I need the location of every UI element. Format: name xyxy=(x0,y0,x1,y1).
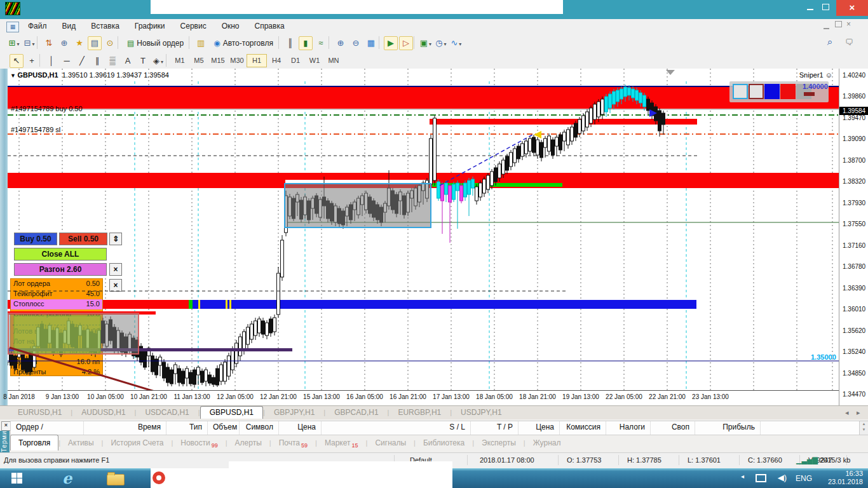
child-close-button[interactable]: × xyxy=(846,20,851,29)
tabs-scroll-right-icon[interactable]: ▸ xyxy=(857,409,860,417)
child-restore-button[interactable] xyxy=(835,21,842,29)
terminal-close-icon[interactable]: × xyxy=(1,421,11,431)
auto-scroll-button[interactable]: ▶ xyxy=(384,36,398,50)
terminal-tab-Маркет[interactable]: Маркет15 xyxy=(317,435,366,453)
terminal-tab-Журнал[interactable]: Журнал xyxy=(526,435,569,451)
buy-button[interactable]: Buy 0.50 xyxy=(14,233,57,245)
timeframe-MN[interactable]: MN xyxy=(324,55,343,67)
label-tool[interactable]: T xyxy=(136,54,150,68)
terminal-tab-Почта[interactable]: Почта59 xyxy=(271,435,315,453)
channel-tool[interactable]: ∥ xyxy=(90,54,104,68)
terminal-tab-История Счета[interactable]: История Счета xyxy=(103,435,171,451)
dropdown-arrow-icon[interactable]: ▾ xyxy=(32,41,34,47)
trendline-tool[interactable]: ╱ xyxy=(75,54,89,68)
symbol-tab-AUDUSD[interactable]: AUDUSD,H1 xyxy=(72,406,134,419)
razgon-close-button[interactable]: × xyxy=(109,263,122,276)
symbol-tab-GBPJPY[interactable]: GBPJPY,H1 xyxy=(265,406,323,419)
menu-Сервис[interactable]: Сервис xyxy=(173,19,214,34)
column-header[interactable]: Своп xyxy=(651,421,695,435)
column-header[interactable]: T / P xyxy=(471,421,519,435)
palette-swatch-3[interactable] xyxy=(780,84,796,99)
periods-button[interactable]: ◷▾ xyxy=(434,36,448,50)
column-header[interactable]: Налоги xyxy=(606,421,651,435)
minimize-button[interactable] xyxy=(806,4,815,11)
menu-Файл[interactable]: Файл xyxy=(20,19,55,34)
column-header[interactable]: Прибыль xyxy=(695,421,761,435)
terminal-tab-Новости[interactable]: Новости99 xyxy=(173,435,225,453)
chart-dropdown-icon[interactable]: ▼ xyxy=(10,72,17,79)
menu-Вид[interactable]: Вид xyxy=(55,19,84,34)
palette-swatch-1[interactable] xyxy=(749,84,764,99)
bar-chart-button[interactable]: ║ xyxy=(283,36,297,50)
crosshair-tool[interactable]: + xyxy=(25,54,39,68)
menu-Окно[interactable]: Окно xyxy=(214,19,247,34)
symbol-tab-GBPUSD[interactable]: GBPUSD,H1 xyxy=(200,406,263,419)
zoom-in-button[interactable]: ⊕ xyxy=(334,36,348,50)
timeframe-M30[interactable]: M30 xyxy=(227,55,247,67)
cursor-tool[interactable]: ↖ xyxy=(10,54,24,68)
hline-tool[interactable]: ─ xyxy=(60,54,74,68)
timeframe-M5[interactable]: M5 xyxy=(189,55,208,67)
table-scroll-spinner[interactable]: ▲▼ xyxy=(859,421,868,435)
tray-expand-icon[interactable]: ◂ xyxy=(741,473,744,480)
history-center-button[interactable]: ▥ xyxy=(194,36,208,50)
volume-icon[interactable]: ◀) xyxy=(778,473,787,482)
razgon-button[interactable]: Разгон 2.60 xyxy=(14,263,107,276)
column-header[interactable]: Объем xyxy=(208,421,240,435)
dropdown-arrow-icon[interactable]: ▾ xyxy=(17,41,19,47)
close-all-button[interactable]: Close ALL xyxy=(14,248,107,261)
column-header[interactable]: Время xyxy=(84,421,166,435)
clock[interactable]: 16:33 23.01.2018 xyxy=(828,470,863,486)
tick-chart-button[interactable]: ⇅ xyxy=(42,36,56,50)
time-axis[interactable]: 8 Jan 20189 Jan 13:0010 Jan 05:0010 Jan … xyxy=(8,390,839,406)
symbol-tab-USDJPY[interactable]: USDJPY,H1 xyxy=(452,406,510,419)
menu-Вставка[interactable]: Вставка xyxy=(83,19,127,34)
timeframe-D1[interactable]: D1 xyxy=(286,55,305,67)
vline-tool[interactable]: │ xyxy=(44,54,58,68)
timeframe-M15[interactable]: M15 xyxy=(208,55,227,67)
column-header[interactable]: Комиссия xyxy=(560,421,606,435)
shapes-tool[interactable]: ◈▾ xyxy=(151,54,165,68)
line-chart-button[interactable]: ≈ xyxy=(314,36,328,50)
new-chart-button[interactable]: ⊞▾ xyxy=(7,36,21,50)
timeframe-M1[interactable]: M1 xyxy=(170,55,189,67)
candle-chart-button[interactable]: ▮ xyxy=(299,36,313,50)
lot-close-button[interactable]: × xyxy=(109,279,122,292)
symbol-tab-EURGBP[interactable]: EURGBP,H1 xyxy=(389,406,450,419)
market-watch-button[interactable]: ⊙ xyxy=(103,36,117,50)
symbol-tab-EURUSD[interactable]: EURUSD,H1 xyxy=(9,406,71,419)
dropdown-arrow-icon[interactable]: ▾ xyxy=(444,41,447,47)
file-explorer-icon[interactable] xyxy=(107,474,125,485)
updown-button[interactable]: ⇕ xyxy=(109,233,122,245)
terminal-tab-Библиотека[interactable]: Библиотека xyxy=(416,435,472,451)
sell-button[interactable]: Sell 0.50 xyxy=(59,233,107,245)
crosshair-symbols-button[interactable]: ⊕ xyxy=(57,36,71,50)
templates-button[interactable]: ▣▾ xyxy=(419,36,433,50)
text-tool[interactable]: A xyxy=(121,54,135,68)
search-icon[interactable]: ⌕ xyxy=(827,36,832,48)
internet-explorer-icon[interactable]: e xyxy=(62,471,78,486)
close-button[interactable]: × xyxy=(836,0,868,16)
profiles-button[interactable]: ⊟▾ xyxy=(22,36,36,50)
terminal-tab-Активы[interactable]: Активы xyxy=(60,435,102,451)
autotrading-button[interactable]: ◉Авто-торговля xyxy=(209,36,278,50)
chat-icon[interactable]: 🗨 xyxy=(845,37,853,47)
chart-area[interactable]: Buy 0.50Sell 0.50⇕Close ALLРазгон 2.60××… xyxy=(8,69,839,390)
terminal-tab-Алерты[interactable]: Алерты xyxy=(227,435,269,451)
symbol-tab-GBPCAD[interactable]: GBPCAD,H1 xyxy=(325,406,387,419)
palette-swatch-0[interactable] xyxy=(733,84,748,99)
start-button[interactable] xyxy=(11,473,22,484)
opera-icon[interactable] xyxy=(153,471,165,484)
terminal-vertical-tab[interactable]: Терми xyxy=(0,431,10,455)
timeframe-H4[interactable]: H4 xyxy=(267,55,286,67)
terminal-tab-Сигналы[interactable]: Сигналы xyxy=(367,435,414,451)
terminal-tab-Эксперты[interactable]: Эксперты xyxy=(474,435,524,451)
palette-swatch-2[interactable] xyxy=(764,84,780,99)
network-icon[interactable] xyxy=(756,473,766,483)
indicators-button[interactable]: ∿▾ xyxy=(449,36,463,50)
column-header[interactable]: Цена xyxy=(519,421,560,435)
fibonacci-tool[interactable]: ▒ xyxy=(105,54,119,68)
column-header[interactable]: Цена xyxy=(279,421,322,435)
timeframe-W1[interactable]: W1 xyxy=(305,55,324,67)
terminal-tab-Торговля[interactable]: Торговля xyxy=(10,435,58,451)
